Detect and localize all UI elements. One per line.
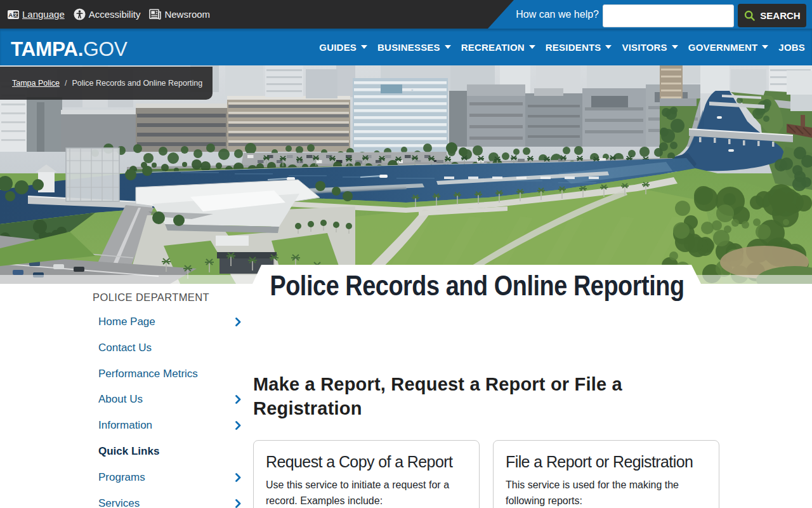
svg-text:◦: ◦: [411, 86, 414, 93]
svg-text:A: A: [8, 11, 13, 18]
svg-text:文: 文: [13, 11, 18, 17]
